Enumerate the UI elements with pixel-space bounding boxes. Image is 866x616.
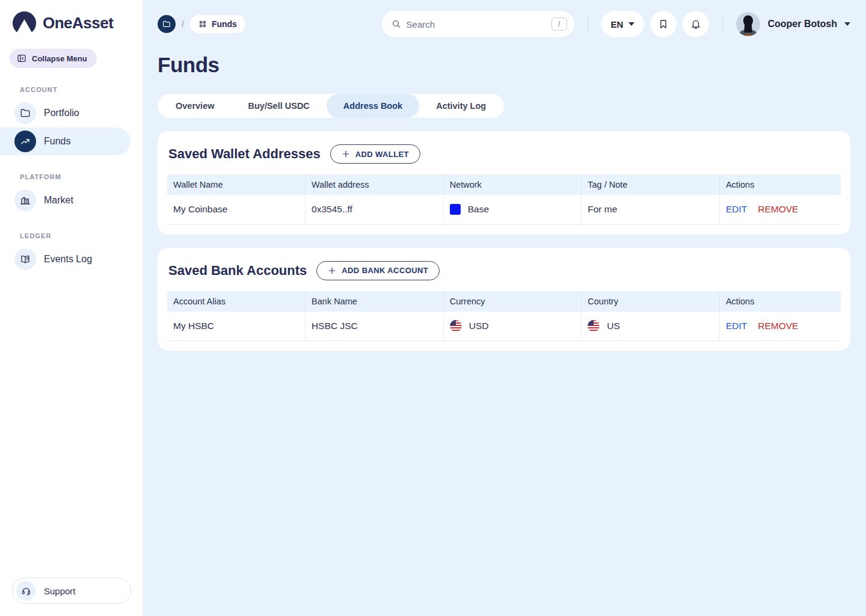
tab-overview[interactable]: Overview [159, 94, 232, 118]
sidebar-item-label: Portfolio [44, 108, 79, 119]
saved-wallets-title: Saved Wallet Addresses [168, 146, 321, 162]
topbar: / Funds / EN [158, 11, 850, 37]
col-account-alias: Account Alias [167, 291, 306, 312]
actions-cell: EDIT REMOVE [719, 312, 841, 341]
table-header-row: Wallet Name Wallet address Network Tag /… [167, 174, 841, 195]
search-icon [392, 19, 401, 29]
section-label-account: ACCOUNT [20, 86, 143, 93]
col-tag-note: Tag / Note [582, 174, 720, 195]
plus-icon [342, 150, 350, 158]
network-cell: Base [443, 195, 582, 224]
bell-icon [690, 19, 701, 29]
bank-name-cell: HSBC JSC [306, 312, 444, 341]
edit-bank-link[interactable]: EDIT [726, 321, 747, 331]
collapse-menu-button[interactable]: Collapse Menu [10, 49, 97, 68]
caret-down-icon [844, 22, 850, 26]
country-label: US [607, 321, 620, 331]
language-selector[interactable]: EN [601, 11, 645, 37]
building-icon [14, 189, 36, 211]
col-wallet-name: Wallet Name [167, 174, 306, 195]
wallets-table: Wallet Name Wallet address Network Tag /… [167, 174, 841, 225]
tab-buy-sell-usdc[interactable]: Buy/Sell USDC [232, 94, 327, 118]
currency-cell: USD [443, 312, 582, 341]
search-input[interactable] [407, 19, 551, 29]
headset-icon [16, 581, 35, 600]
sidebar: OneAsset Collapse Menu ACCOUNT Portfolio… [0, 0, 143, 616]
base-network-icon [450, 204, 461, 215]
table-row: My HSBC HSBC JSC USD US [167, 312, 841, 341]
currency-label: USD [469, 321, 489, 331]
table-header-row: Account Alias Bank Name Currency Country… [167, 291, 841, 312]
topbar-divider [588, 16, 588, 32]
trending-chart-icon [14, 131, 36, 152]
tabs-bar: Overview Buy/Sell USDC Address Book Acti… [158, 94, 504, 118]
col-country: Country [582, 291, 720, 312]
main-content: / Funds / EN [143, 0, 866, 616]
avatar [736, 12, 760, 36]
network-label: Base [468, 204, 489, 215]
saved-banks-title: Saved Bank Accounts [168, 263, 307, 279]
tab-address-book[interactable]: Address Book [327, 94, 419, 118]
col-actions: Actions [719, 291, 841, 312]
section-label-ledger: LEDGER [20, 232, 143, 239]
mountain-circle-logo-icon [12, 11, 37, 35]
sidebar-item-portfolio[interactable]: Portfolio [0, 99, 131, 127]
grid-icon [198, 20, 207, 28]
actions-cell: EDIT REMOVE [719, 195, 841, 224]
col-currency: Currency [443, 291, 582, 312]
breadcrumb-current[interactable]: Funds [190, 15, 245, 33]
plus-icon [328, 266, 336, 275]
sidebar-item-funds[interactable]: Funds [0, 128, 131, 155]
wallet-name-cell: My Coinbase [167, 195, 306, 224]
notifications-button[interactable] [683, 11, 709, 37]
search-bar[interactable]: / [382, 11, 574, 37]
col-bank-name: Bank Name [306, 291, 444, 312]
sidebar-item-label: Events Log [44, 254, 92, 265]
add-wallet-button[interactable]: ADD WALLET [330, 144, 420, 164]
user-menu[interactable]: Cooper Botosh [736, 12, 850, 36]
panel-collapse-icon [17, 54, 26, 63]
us-flag-icon [450, 320, 462, 332]
col-network: Network [443, 174, 582, 195]
bookmark-button[interactable] [650, 11, 677, 37]
user-name: Cooper Botosh [767, 19, 837, 29]
us-flag-icon [588, 320, 600, 332]
sidebar-item-label: Market [44, 195, 73, 206]
brand-logo: OneAsset [0, 0, 143, 35]
folder-icon [162, 20, 171, 28]
sidebar-item-events-log[interactable]: Events Log [0, 245, 131, 273]
tag-note-cell: For me [582, 195, 720, 224]
saved-wallets-card: Saved Wallet Addresses ADD WALLET Wallet… [158, 131, 850, 235]
wallet-address-cell: 0x3545..ff [306, 195, 444, 224]
breadcrumb-home[interactable] [158, 15, 176, 33]
add-wallet-label: ADD WALLET [355, 150, 409, 159]
language-label: EN [611, 19, 624, 29]
account-alias-cell: My HSBC [167, 312, 306, 341]
support-label: Support [44, 586, 76, 596]
search-shortcut-badge: / [551, 17, 567, 31]
open-book-icon [14, 248, 36, 270]
support-button[interactable]: Support [12, 578, 131, 604]
banks-table: Account Alias Bank Name Currency Country… [167, 291, 841, 342]
add-bank-account-label: ADD BANK ACCOUNT [342, 266, 428, 275]
bookmark-icon [658, 19, 669, 29]
remove-wallet-link[interactable]: REMOVE [758, 204, 798, 215]
col-actions: Actions [719, 174, 841, 195]
folder-icon [14, 102, 36, 124]
saved-banks-card: Saved Bank Accounts ADD BANK ACCOUNT Acc… [158, 248, 850, 351]
breadcrumb-separator: / [182, 19, 184, 29]
brand-name: OneAsset [43, 14, 113, 32]
tab-activity-log[interactable]: Activity Log [419, 94, 503, 118]
remove-bank-link[interactable]: REMOVE [758, 321, 798, 331]
sidebar-item-label: Funds [44, 136, 70, 147]
section-label-platform: PLATFORM [20, 173, 143, 180]
sidebar-item-market[interactable]: Market [0, 186, 131, 214]
col-wallet-address: Wallet address [306, 174, 444, 195]
add-bank-account-button[interactable]: ADD BANK ACCOUNT [316, 261, 440, 280]
country-cell: US [582, 312, 720, 341]
topbar-divider [722, 16, 723, 32]
edit-wallet-link[interactable]: EDIT [726, 204, 747, 215]
table-row: My Coinbase 0x3545..ff Base For me EDIT … [167, 195, 841, 224]
breadcrumb-current-label: Funds [212, 19, 237, 29]
caret-down-icon [628, 22, 634, 26]
